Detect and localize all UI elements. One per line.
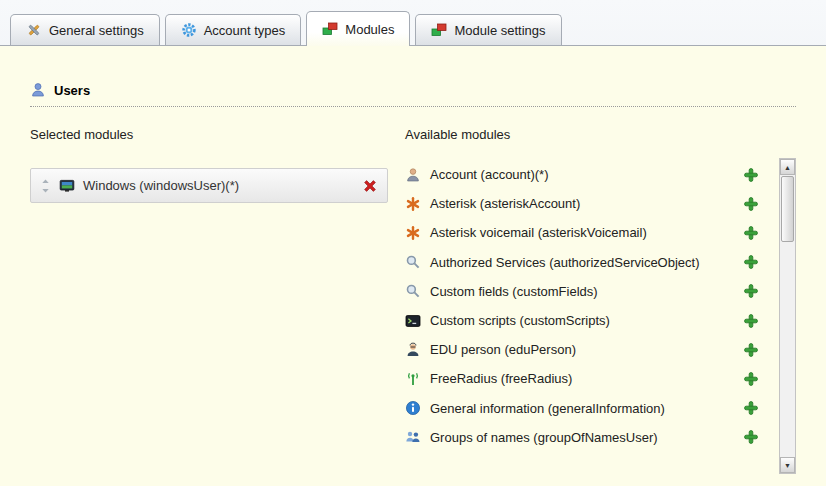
- add-module-button[interactable]: [743, 196, 759, 212]
- available-module-label: General information (generalInformation): [430, 401, 734, 416]
- asterisk-voicemail-icon: [405, 225, 421, 241]
- available-module-row: General information (generalInformation): [405, 394, 771, 423]
- available-module-label: EDU person (eduPerson): [430, 342, 734, 357]
- module-columns: Selected modules Windows (w: [30, 127, 796, 474]
- available-module-label: Asterisk voicemail (asteriskVoicemail): [430, 225, 734, 240]
- available-module-label: Authorized Services (authorizedServiceOb…: [430, 255, 734, 270]
- asterisk-icon: [405, 196, 421, 212]
- tools-icon: [26, 22, 42, 38]
- available-module-label: Custom fields (customFields): [430, 284, 734, 299]
- modules-icon: [322, 21, 338, 37]
- tab-label: Account types: [204, 23, 286, 38]
- available-module-row: Asterisk voicemail (asteriskVoicemail): [405, 218, 771, 247]
- tab-module-settings[interactable]: Module settings: [415, 14, 561, 45]
- scrollbar-track[interactable]: [781, 175, 794, 457]
- module-settings-icon: [431, 22, 447, 38]
- windows-module-icon: [59, 178, 75, 194]
- gears-icon: [181, 22, 197, 38]
- add-module-button[interactable]: [743, 225, 759, 241]
- available-module-row: FreeRadius (freeRadius): [405, 364, 771, 393]
- scroll-up-button[interactable]: ▲: [780, 159, 795, 175]
- magnifier-icon: [405, 283, 421, 299]
- available-modules-list-wrap: Account (account)(*): [405, 158, 796, 474]
- selected-module-label: Windows (windowsUser)(*): [83, 178, 354, 193]
- antenna-icon: [405, 371, 421, 387]
- add-module-button[interactable]: [743, 313, 759, 329]
- available-module-row: Custom scripts (customScripts): [405, 306, 771, 335]
- available-module-row: Account (account)(*): [405, 160, 771, 189]
- available-module-label: Groups of names (groupOfNamesUser): [430, 430, 734, 445]
- available-modules-list: Account (account)(*): [405, 158, 771, 474]
- users-section-header: Users: [30, 82, 796, 107]
- available-module-row: Authorized Services (authorizedServiceOb…: [405, 248, 771, 277]
- available-module-label: Custom scripts (customScripts): [430, 313, 734, 328]
- tab-account-types[interactable]: Account types: [165, 14, 302, 45]
- group-icon: [405, 429, 421, 445]
- user-icon: [30, 82, 46, 98]
- tab-bar: General settings Account types Modules: [0, 0, 826, 45]
- add-module-button[interactable]: [743, 254, 759, 270]
- available-module-label: Asterisk (asteriskAccount): [430, 196, 734, 211]
- tab-label: General settings: [49, 23, 144, 38]
- available-module-label: Account (account)(*): [430, 167, 734, 182]
- add-module-button[interactable]: [743, 342, 759, 358]
- edu-person-icon: [405, 342, 421, 358]
- selected-modules-column: Selected modules Windows (w: [30, 127, 402, 474]
- available-module-row: Custom fields (customFields): [405, 277, 771, 306]
- section-title: Users: [54, 83, 90, 98]
- content-panel: Users Selected modules: [0, 45, 826, 486]
- scroll-down-button[interactable]: ▼: [780, 457, 795, 473]
- available-module-row: EDU person (eduPerson): [405, 335, 771, 364]
- tab-label: Modules: [345, 22, 394, 37]
- add-module-button[interactable]: [743, 429, 759, 445]
- add-module-button[interactable]: [743, 371, 759, 387]
- terminal-icon: [405, 313, 421, 329]
- selected-module-row[interactable]: Windows (windowsUser)(*): [30, 168, 388, 203]
- drag-handle-icon[interactable]: [40, 179, 51, 193]
- available-modules-column: Available modules Account (account)(*): [405, 127, 796, 474]
- available-module-row: Asterisk (asteriskAccount): [405, 189, 771, 218]
- scrollbar[interactable]: ▲ ▼: [779, 158, 796, 474]
- info-icon: [405, 400, 421, 416]
- available-module-label: FreeRadius (freeRadius): [430, 371, 734, 386]
- scrollbar-thumb[interactable]: [781, 176, 794, 242]
- magnifier-icon: [405, 254, 421, 270]
- add-module-button[interactable]: [743, 400, 759, 416]
- available-module-row: Groups of names (groupOfNamesUser): [405, 423, 771, 452]
- selected-modules-header: Selected modules: [30, 127, 402, 142]
- add-module-button[interactable]: [743, 283, 759, 299]
- tab-general-settings[interactable]: General settings: [10, 14, 160, 45]
- account-icon: [405, 167, 421, 183]
- tab-label: Module settings: [454, 23, 545, 38]
- delete-icon[interactable]: [362, 178, 378, 194]
- add-module-button[interactable]: [743, 167, 759, 183]
- available-modules-header: Available modules: [405, 127, 796, 142]
- tab-modules[interactable]: Modules: [306, 11, 410, 46]
